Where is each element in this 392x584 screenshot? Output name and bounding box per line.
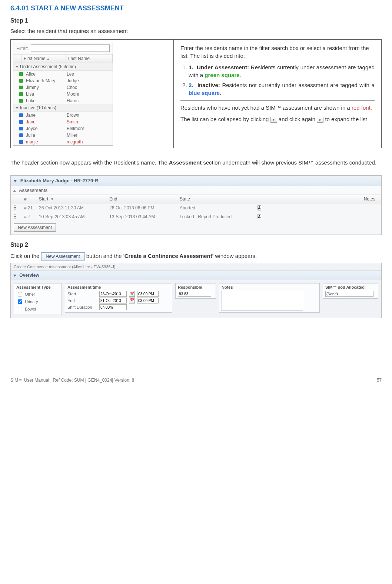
right-item-2: 2. Inactive: Residents not currently und…: [189, 81, 375, 97]
assessment-type-label: Assessment Type: [16, 285, 59, 289]
right-collapse-note: The list can be collapsed by clicking ▾ …: [180, 115, 375, 123]
notes-textarea[interactable]: [222, 291, 303, 311]
expand-icon[interactable]: ▸: [317, 117, 323, 123]
right-redfont-note: Residents who have not yet had a SIM™ as…: [180, 104, 375, 112]
section-title: 6.4.01 START A NEW ASSESSMENT: [10, 4, 382, 12]
resident-row[interactable]: JaneBrown: [13, 112, 113, 119]
filter-input[interactable]: [31, 44, 110, 52]
shift-label: Shift Duration: [67, 305, 97, 309]
end-date-input[interactable]: [99, 298, 127, 303]
notes-label: Notes: [222, 285, 317, 289]
sort-arrow-icon: ▲: [46, 57, 50, 61]
status-square-icon: [19, 127, 23, 130]
responsible-label: Responsible: [178, 285, 213, 289]
footer-page-number: 57: [377, 378, 382, 383]
status-square-icon: [19, 140, 23, 144]
mid-paragraph: The header section now appears with the …: [10, 159, 382, 166]
start-time-input[interactable]: [137, 291, 159, 297]
right-item-1: 1. Under Assessment: Residents currently…: [189, 63, 375, 79]
col-state[interactable]: State: [180, 196, 258, 202]
pod-select[interactable]: [325, 291, 373, 297]
status-square-icon: [19, 92, 23, 96]
collapse-icon[interactable]: ▾: [270, 117, 277, 123]
resident-row[interactable]: JimmyChoo: [13, 84, 113, 91]
col-end[interactable]: End: [109, 196, 180, 202]
create-assessment-window: Create Continence Assessment (Alice Lee …: [10, 263, 382, 318]
resident-header-bar[interactable]: Elizabeth Mary Judge - HR-2779-R: [11, 176, 381, 186]
right-intro: Enter the residents name in the filter s…: [180, 44, 375, 60]
resident-col-headers: First Name▲ Last Name: [13, 54, 113, 63]
calendar-icon[interactable]: 📅: [129, 291, 135, 297]
assessment-row[interactable]: ▾# 2126-Oct-2013 11:30 AM26-Oct-2013 06:…: [11, 203, 381, 212]
overview-header[interactable]: Overview: [11, 271, 381, 280]
responsible-box: Responsible: [175, 283, 216, 299]
col-num[interactable]: #: [24, 196, 39, 202]
step1-title: Step 1: [10, 17, 382, 24]
resident-row[interactable]: JuliaMiller: [13, 132, 113, 139]
resident-row[interactable]: Elizabeth MaryJudge: [13, 77, 113, 84]
assessment-time-label: Assessment time: [67, 285, 170, 289]
pod-label: SIM™ pod Allocated: [325, 285, 376, 289]
end-time-input[interactable]: [137, 298, 159, 303]
step2-line: Click on the New Assessment button and t…: [10, 252, 382, 261]
pod-box: SIM™ pod Allocated: [323, 283, 378, 299]
report-icon[interactable]: A: [258, 205, 261, 210]
start-date-input[interactable]: [99, 291, 127, 297]
type-urinary[interactable]: Urinary: [16, 298, 59, 305]
status-square-icon: [19, 99, 23, 103]
responsible-select[interactable]: [178, 291, 211, 297]
footer-left: SIM™ User Manual | Ref Code: SUM | GEN4_…: [10, 378, 134, 383]
resident-row[interactable]: LukeHarris: [13, 97, 113, 104]
group-header[interactable]: Under Assessment (5 items): [13, 63, 113, 71]
group-header[interactable]: Inactive (10 items): [13, 104, 113, 112]
new-assessment-inline-button[interactable]: New Assessment: [41, 252, 85, 261]
step1-left: Filter: First Name▲ Last Name Under Asse…: [11, 40, 174, 148]
resident-row[interactable]: JoyceBellmont: [13, 125, 113, 132]
chevron-icon: [13, 190, 16, 192]
chevron-down-icon: [14, 180, 17, 182]
step1-desc: Select the resident that requires an ass…: [10, 28, 382, 34]
type-other[interactable]: Other: [16, 291, 59, 298]
start-label: Start: [67, 292, 97, 296]
step2-title: Step 2: [10, 242, 382, 248]
resident-list-panel: Filter: First Name▲ Last Name Under Asse…: [13, 42, 113, 146]
col-start[interactable]: Start: [39, 196, 48, 202]
resident-row[interactable]: JaneSmith: [13, 119, 113, 125]
expand-row-icon[interactable]: ▾: [14, 214, 16, 219]
status-square-icon: [19, 113, 23, 117]
assessment-time-box: Assessment time Start 📅 End 📅 Shift Dura…: [65, 283, 172, 313]
col-last-name[interactable]: Last Name: [66, 54, 113, 63]
status-square-icon: [19, 133, 23, 137]
assessments-subheader[interactable]: Assessments: [11, 186, 381, 195]
resident-row[interactable]: LisaMoore: [13, 91, 113, 97]
resident-row[interactable]: AliceLee: [13, 71, 113, 77]
status-square-icon: [19, 72, 23, 76]
page-footer: SIM™ User Manual | Ref Code: SUM | GEN4_…: [10, 378, 382, 383]
assessments-panel: Elizabeth Mary Judge - HR-2779-R Assessm…: [10, 175, 382, 235]
shift-duration-select[interactable]: [99, 304, 127, 310]
step1-right: Enter the residents name in the filter s…: [174, 40, 381, 148]
assessment-type-box: Assessment Type Other Urinary Bowel: [14, 283, 62, 315]
window-title: Create Continence Assessment (Alice Lee …: [11, 263, 381, 271]
type-bowel[interactable]: Bowel: [16, 306, 59, 312]
report-icon[interactable]: A: [258, 214, 261, 219]
chevron-up-icon: [13, 275, 16, 277]
status-square-icon: [19, 86, 23, 89]
resident-row[interactable]: marjiemcgrath: [13, 139, 113, 145]
assessment-row[interactable]: ▾# 710-Sep-2013 03:45 AM13-Sep-2013 03:4…: [11, 212, 381, 221]
new-assessment-button[interactable]: New Assessment: [14, 223, 56, 232]
expand-row-icon[interactable]: ▾: [14, 205, 16, 210]
notes-box-wrap: Notes: [219, 283, 320, 313]
filter-label: Filter:: [16, 46, 29, 51]
col-notes[interactable]: Notes: [269, 196, 378, 202]
assessments-col-headers: # Start ▼ End State Notes: [11, 195, 381, 203]
col-first-name[interactable]: First Name: [24, 56, 46, 61]
sort-desc-icon: ▼: [50, 197, 54, 201]
calendar-icon[interactable]: 📅: [129, 298, 135, 303]
step1-figure-row: Filter: First Name▲ Last Name Under Asse…: [10, 39, 382, 148]
status-square-icon: [19, 120, 23, 124]
end-label: End: [67, 298, 97, 303]
status-square-icon: [19, 79, 23, 83]
